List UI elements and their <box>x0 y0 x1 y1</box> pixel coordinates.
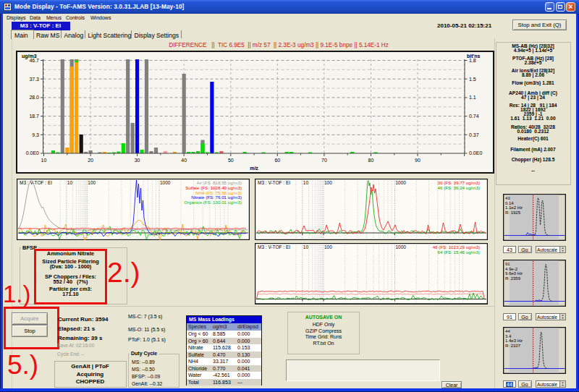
svg-text:40: 40 <box>181 158 187 163</box>
svg-text:R: 1925: R: 1925 <box>505 210 521 214</box>
svg-text:0.14: 0.14 <box>505 200 514 205</box>
svg-text:30: 30 <box>135 158 140 163</box>
svg-text:80: 80 <box>368 158 374 163</box>
svg-text:10: 10 <box>41 158 47 163</box>
svg-text:R: 2359: R: 2359 <box>505 276 521 280</box>
svg-text:M3 : V-TOF : EI: M3 : V-TOF : EI <box>258 180 290 185</box>
svg-text:70: 70 <box>321 158 327 163</box>
svg-text:100: 100 <box>88 180 96 185</box>
svg-text:10: 10 <box>67 180 72 185</box>
svg-text:m/z: m/z <box>250 166 258 171</box>
svg-text:46 (FS: 36.24 ug/m3): 46 (FS: 36.24 ug/m3) <box>438 185 480 190</box>
svg-text:20: 20 <box>88 158 93 163</box>
svg-text:Organics (FS: 130.01 ug/m3): Organics (FS: 130.01 ug/m3) <box>184 199 242 204</box>
svg-text:M3 : V-TOF : EI: M3 : V-TOF : EI <box>20 180 52 185</box>
svg-text:9.6e0 Hz: 9.6e0 Hz <box>505 271 523 276</box>
svg-text:60: 60 <box>274 158 280 163</box>
svg-text:1.5: 1.5 <box>469 77 476 82</box>
svg-text:18.7: 18.7 <box>29 114 39 119</box>
svg-text:R: 2107: R: 2107 <box>505 343 521 347</box>
svg-text:1.1e2 Hz: 1.1e2 Hz <box>505 205 523 210</box>
svg-text:43: 43 <box>505 196 510 200</box>
svg-text:64 (FS: 15.46 ug/m3): 64 (FS: 15.46 ug/m3) <box>438 250 480 255</box>
svg-text:0.0E0: 0.0E0 <box>26 150 39 155</box>
svg-text:90: 90 <box>415 158 420 163</box>
svg-text:1.1: 1.1 <box>469 95 476 100</box>
svg-text:ug/m3: ug/m3 <box>22 54 37 59</box>
svg-text:M3 : V-TOF : EI: M3 : V-TOF : EI <box>258 244 290 250</box>
svg-text:4.9e-2: 4.9e-2 <box>505 266 518 270</box>
svg-text:3.4: 3.4 <box>505 333 512 338</box>
svg-text:0.37: 0.37 <box>469 132 479 137</box>
svg-text:0.0E0: 0.0E0 <box>469 150 482 155</box>
svg-text:48 (FS: 1023.29 ug/m3): 48 (FS: 1023.29 ug/m3) <box>433 244 480 250</box>
svg-text:28.0: 28.0 <box>29 95 39 100</box>
svg-text:1000: 1000 <box>396 180 407 185</box>
svg-text:1000: 1000 <box>396 244 407 250</box>
svg-text:44: 44 <box>505 329 510 333</box>
svg-text:10: 10 <box>303 244 309 250</box>
svg-text:91: 91 <box>505 262 510 266</box>
svg-text:bit'ns: bit'ns <box>467 54 480 59</box>
svg-text:100: 100 <box>324 180 332 185</box>
svg-text:0.74: 0.74 <box>469 114 479 119</box>
svg-text:10: 10 <box>303 180 309 185</box>
svg-text:37.3: 37.3 <box>29 77 39 82</box>
svg-text:30 (FS: 39.77 ug/m3): 30 (FS: 39.77 ug/m3) <box>438 180 480 185</box>
svg-text:9.3: 9.3 <box>32 132 39 137</box>
svg-text:1000: 1000 <box>160 180 171 185</box>
svg-text:100: 100 <box>324 244 332 250</box>
svg-text:1.4e3 Hz: 1.4e3 Hz <box>505 338 523 343</box>
svg-text:50: 50 <box>228 158 234 163</box>
